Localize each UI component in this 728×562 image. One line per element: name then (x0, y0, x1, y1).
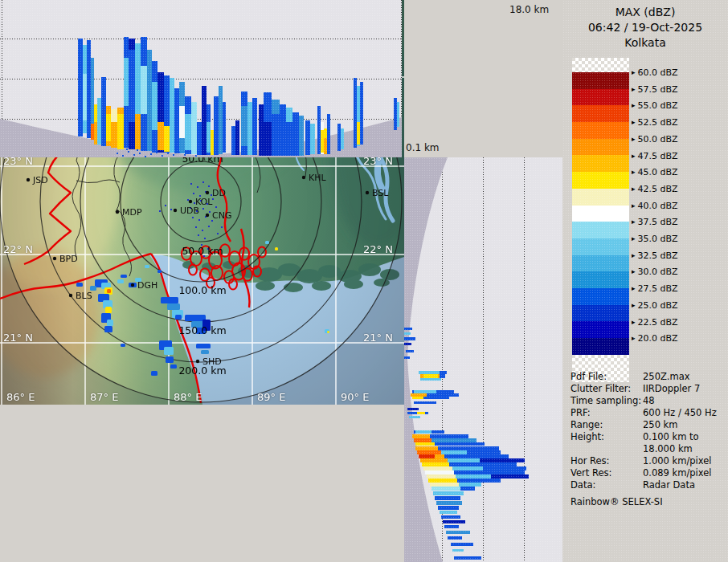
metadata-block: Pdf File:250Z.maxClutter Filter:IIRDoppl… (571, 371, 725, 508)
yz-echo-bar (431, 438, 476, 442)
xz-echo-bar (272, 114, 280, 156)
yz-echo-bar (480, 458, 525, 462)
legend-tick-arrow: ▸ (632, 118, 636, 126)
longitude-label: 86° E (6, 391, 35, 403)
xz-echo-bar (124, 58, 129, 106)
legend-band (572, 58, 629, 72)
xz-echo-bar (247, 102, 252, 155)
precip-echo (157, 270, 162, 273)
xz-echo-bar (324, 138, 327, 154)
range-ring-label: 50.0 km (182, 245, 223, 257)
yz-echo-bar (430, 434, 468, 438)
yz-echo-bar (491, 474, 529, 479)
clutter-dot (128, 151, 129, 153)
legend-label: ▸50.0 dBZ (632, 133, 678, 145)
precip-echo (117, 279, 124, 283)
yz-echo-bar (415, 430, 431, 434)
legend-label: ▸55.0 dBZ (632, 100, 678, 112)
xz-echo-bar (83, 74, 87, 120)
xz-echo-bar (321, 130, 324, 153)
yz-echo-bar (440, 511, 457, 514)
speckle-echo (209, 211, 211, 213)
xz-echo-bar (135, 114, 141, 149)
metadata-label: Data: (571, 479, 643, 491)
legend-tick-arrow: ▸ (632, 218, 636, 226)
precip-echo (107, 320, 113, 326)
xz-echo-bar (357, 122, 360, 145)
metadata-value: 1.000 km/pixel (643, 455, 725, 467)
precip-echo (166, 356, 174, 363)
yz-echo-bar (452, 549, 464, 552)
legend-band (572, 155, 629, 172)
metadata-row: Height:0.100 km to 18.000 km (571, 431, 725, 455)
yz-echo-bar (454, 556, 481, 560)
legend-tick-arrow: ▸ (632, 202, 636, 210)
yz-echo-bar (427, 474, 457, 479)
metadata-row: Time sampling:48 (571, 395, 725, 407)
legend-tick-arrow: ▸ (632, 135, 636, 143)
xz-echo-bar (141, 66, 147, 114)
xz-echo-bar (354, 78, 357, 148)
yz-echo-bar (456, 474, 493, 479)
precip-echo (185, 315, 206, 321)
xz-echo-bar (207, 122, 211, 153)
xz-echo-bar (164, 126, 170, 152)
yz-echo-bar (414, 438, 433, 442)
xz-echo-bar (219, 86, 223, 154)
yz-echo-bar (423, 466, 454, 470)
metadata-label: Clutter Filter: (571, 383, 643, 395)
legend-tick-arrow: ▸ (632, 318, 636, 326)
speckle-echo (215, 206, 217, 208)
xz-echo-bar (397, 102, 399, 127)
city-marker (366, 191, 369, 194)
precip-echo (201, 350, 209, 354)
legend-band (572, 105, 629, 122)
precip-echo (76, 283, 83, 287)
clutter-dot (139, 153, 141, 154)
legend-label: ▸27.5 dBZ (632, 283, 678, 295)
clutter-dot (153, 149, 154, 150)
xz-echo-bar (97, 98, 101, 145)
yz-echo-bar (446, 531, 470, 534)
precip-echo (121, 275, 127, 278)
yz-echo-bar (438, 446, 499, 450)
precip-echo (167, 303, 180, 310)
xz-projection-panel (0, 0, 402, 157)
clutter-dot (137, 149, 138, 151)
yz-echo-bar (415, 446, 440, 450)
yz-echo-bar (417, 412, 425, 414)
yz-echo-bar (411, 393, 428, 397)
clutter-dot (167, 153, 169, 154)
xz-echo-bar (117, 114, 124, 149)
city-marker (196, 360, 199, 363)
metadata-label: PRF: (571, 407, 643, 419)
software-brand: Rainbow® SELEX-SI (571, 496, 725, 508)
city-label: CNG (212, 210, 231, 221)
city-label: KHL (309, 173, 326, 183)
city-label: DD (212, 188, 226, 198)
speckle-echo (170, 209, 172, 210)
precip-echo (104, 326, 112, 332)
yz-echo-bar (419, 454, 436, 458)
yz-echo-bar (404, 332, 411, 335)
yz-echo-bar (440, 371, 447, 374)
speckle-echo (221, 226, 223, 228)
legend-band (572, 238, 629, 255)
speckle-echo (204, 238, 206, 239)
city-label: JSD (32, 175, 48, 185)
legend-tick-arrow: ▸ (632, 185, 636, 193)
speckle-echo (198, 234, 199, 236)
legend-label: ▸25.0 dBZ (632, 299, 678, 312)
legend-band (572, 172, 629, 189)
precip-echo (105, 307, 112, 313)
yz-echo-bar (415, 442, 436, 446)
clutter-dot (184, 154, 186, 156)
range-ring-label: 200.0 km (178, 364, 226, 377)
legend-label: ▸37.5 dBZ (632, 216, 678, 228)
yz-echo-bar (422, 462, 451, 466)
yz-echo-bar (460, 487, 475, 491)
clutter-dot (145, 156, 146, 157)
yz-echo-bar (441, 450, 468, 454)
yz-echo-bar (440, 374, 445, 378)
metadata-row: Pdf File:250Z.max (571, 371, 725, 383)
